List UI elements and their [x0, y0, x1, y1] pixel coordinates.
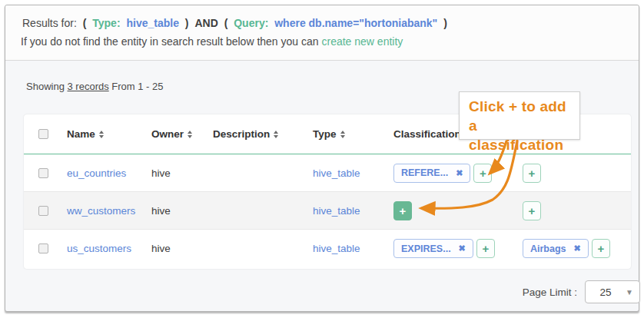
- paren: (: [83, 17, 87, 29]
- table-row: eu_countries hive hive_table REFERE... ✖…: [24, 154, 631, 192]
- table-row: us_customers hive hive_table EXPIRES... …: [24, 230, 631, 267]
- header-checkbox-cell: [24, 129, 67, 139]
- remove-tag-icon[interactable]: ✖: [456, 169, 463, 177]
- paren: (: [224, 17, 228, 29]
- owner-value: hive: [151, 243, 171, 254]
- results-panel: Results for: ( Type: hive_table ) AND ( …: [5, 5, 639, 312]
- sort-icon: [99, 131, 104, 138]
- remove-tag-icon[interactable]: ✖: [574, 244, 581, 253]
- and-label: AND: [194, 17, 217, 29]
- column-header-owner[interactable]: Owner: [151, 128, 213, 140]
- type-value: hive_table: [126, 17, 178, 29]
- entity-name-link[interactable]: us_customers: [67, 243, 131, 254]
- type-label: Type:: [92, 17, 120, 29]
- row-checkbox[interactable]: [38, 168, 48, 178]
- callout-line1: Click + to add: [469, 97, 570, 116]
- results-summary-line: Results for: ( Type: hive_table ) AND ( …: [21, 17, 623, 29]
- entity-type-link[interactable]: hive_table: [313, 167, 360, 179]
- hint-text: If you do not find the entity in search …: [21, 35, 319, 48]
- classification-tag: EXPIRES... ✖: [393, 239, 473, 258]
- column-header-description[interactable]: Description: [213, 128, 313, 140]
- owner-value: hive: [151, 205, 171, 217]
- row-checkbox[interactable]: [38, 206, 48, 216]
- entity-name-link[interactable]: eu_countries: [67, 167, 126, 179]
- add-term-button[interactable]: +: [523, 201, 541, 220]
- chevron-down-icon: ▼: [626, 288, 633, 296]
- paren: ): [185, 17, 189, 29]
- remove-tag-icon[interactable]: ✖: [459, 244, 466, 253]
- range-label: From 1 - 25: [111, 81, 163, 92]
- query-label: Query:: [234, 17, 268, 29]
- query-value: where db.name="hortoniabank": [274, 17, 437, 29]
- showing-label: Showing: [26, 81, 65, 92]
- results-header: Results for: ( Type: hive_table ) AND ( …: [5, 5, 639, 61]
- entity-name-link[interactable]: ww_customers: [67, 205, 135, 217]
- page-limit-label: Page Limit :: [488, 287, 577, 298]
- page-limit-value: 25: [586, 287, 626, 298]
- column-header-name[interactable]: Name: [67, 128, 151, 140]
- add-classification-button[interactable]: +: [473, 164, 492, 183]
- create-new-entity-link[interactable]: create new entity: [321, 35, 403, 48]
- row-checkbox[interactable]: [38, 243, 48, 253]
- add-classification-button[interactable]: +: [476, 239, 495, 258]
- callout-line2: a classification: [469, 116, 570, 154]
- add-classification-button[interactable]: +: [393, 201, 412, 220]
- owner-value: hive: [151, 167, 171, 179]
- sort-icon: [188, 131, 192, 138]
- page-limit-select[interactable]: 25 ▼: [585, 280, 640, 303]
- hint-line: If you do not find the entity in search …: [21, 35, 623, 48]
- select-all-checkbox[interactable]: [38, 129, 48, 139]
- column-header-type[interactable]: Type: [313, 128, 393, 140]
- add-term-button[interactable]: +: [523, 164, 541, 183]
- results-label: Results for:: [22, 17, 77, 29]
- add-term-button[interactable]: +: [592, 239, 610, 258]
- table-row: ww_customers hive hive_table + +: [24, 192, 631, 230]
- term-tag: Airbags ✖: [523, 239, 589, 258]
- sort-icon: [340, 131, 345, 138]
- sort-icon: [274, 131, 278, 138]
- paren: ): [443, 17, 447, 29]
- entity-type-link[interactable]: hive_table: [313, 243, 360, 254]
- classification-tag: REFERE... ✖: [393, 164, 470, 183]
- record-count-line: Showing 3 records From 1 - 25: [26, 81, 164, 92]
- annotation-callout: Click + to add a classification: [459, 91, 580, 140]
- search-results-screen: Results for: ( Type: hive_table ) AND ( …: [0, 0, 644, 318]
- entity-type-link[interactable]: hive_table: [313, 205, 360, 217]
- record-count: 3 records: [68, 81, 109, 92]
